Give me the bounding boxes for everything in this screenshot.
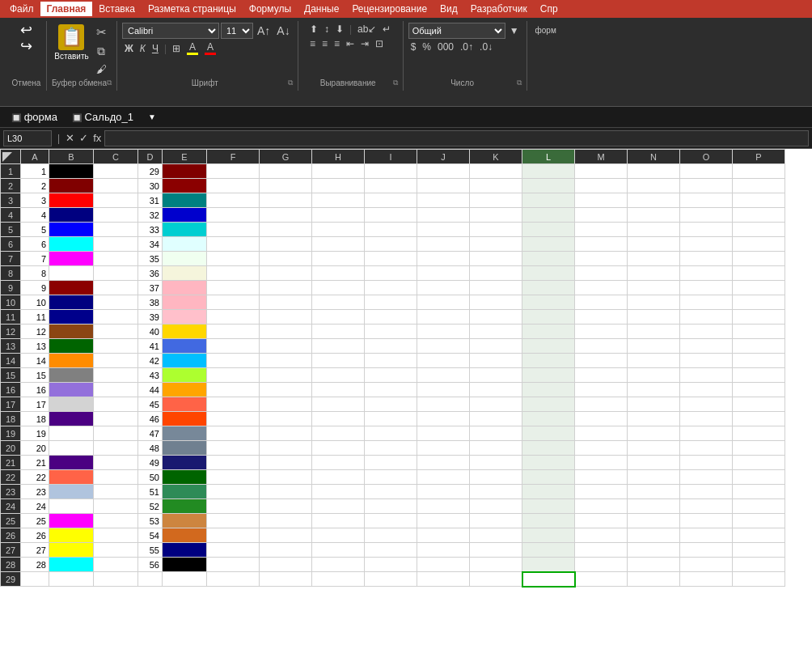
- cell-c[interactable]: [94, 456, 138, 470]
- font-expand-icon[interactable]: ⧉: [288, 78, 293, 87]
- cell-j[interactable]: [417, 252, 470, 266]
- cell-a[interactable]: 20: [21, 441, 49, 456]
- cell-n[interactable]: [628, 441, 680, 456]
- cell-e-color[interactable]: [163, 499, 207, 514]
- cell-b-color[interactable]: [49, 339, 94, 354]
- cell-m[interactable]: [575, 266, 628, 281]
- cell-g[interactable]: [260, 412, 312, 426]
- cell-p[interactable]: [733, 266, 785, 281]
- cell-d[interactable]: 48: [138, 441, 163, 456]
- qa-expand-button[interactable]: ▼: [143, 111, 161, 123]
- cell-c[interactable]: [94, 208, 138, 223]
- cell-b[interactable]: [49, 572, 94, 587]
- cell-h[interactable]: [312, 281, 365, 295]
- cell-n[interactable]: [628, 426, 680, 441]
- cell-a[interactable]: 21: [21, 456, 49, 470]
- cell-j[interactable]: [417, 325, 470, 339]
- cell-d[interactable]: 50: [138, 470, 163, 485]
- cell-m[interactable]: [575, 223, 628, 237]
- col-header-f[interactable]: F: [207, 150, 260, 164]
- cell-l[interactable]: [522, 179, 575, 193]
- cell-k[interactable]: [470, 281, 522, 295]
- cell-c[interactable]: [94, 339, 138, 354]
- cell-h[interactable]: [312, 426, 365, 441]
- cell-b-color[interactable]: [49, 281, 94, 295]
- align-right-button[interactable]: ≡: [332, 37, 342, 50]
- menu-data[interactable]: Данные: [298, 2, 345, 16]
- cell-l[interactable]: [522, 310, 575, 325]
- number-format-expand[interactable]: ▼: [507, 24, 522, 37]
- cell-g[interactable]: [260, 470, 312, 485]
- cell-g[interactable]: [260, 193, 312, 208]
- cell-n[interactable]: [628, 456, 680, 470]
- cell-k[interactable]: [470, 223, 522, 237]
- cell-c[interactable]: [94, 441, 138, 456]
- cell-m[interactable]: [575, 383, 628, 397]
- cell-f[interactable]: [207, 528, 260, 543]
- cell-p[interactable]: [733, 441, 785, 456]
- col-header-k[interactable]: K: [470, 150, 522, 164]
- cell-o[interactable]: [680, 354, 733, 368]
- cell-l[interactable]: [522, 543, 575, 558]
- cell-n[interactable]: [628, 383, 680, 397]
- cell-j[interactable]: [417, 368, 470, 383]
- cell-f[interactable]: [207, 383, 260, 397]
- cell-k[interactable]: [470, 543, 522, 558]
- menu-developer[interactable]: Разработчик: [464, 2, 534, 16]
- cell-f[interactable]: [207, 193, 260, 208]
- cell-g[interactable]: [260, 295, 312, 310]
- cell-f[interactable]: [207, 354, 260, 368]
- cell-k[interactable]: [470, 266, 522, 281]
- cell-c[interactable]: [94, 266, 138, 281]
- cell-f[interactable]: [207, 514, 260, 528]
- increase-indent-button[interactable]: ⇥: [358, 37, 371, 50]
- cell-a[interactable]: 18: [21, 412, 49, 426]
- cell-l[interactable]: [522, 528, 575, 543]
- paste-button[interactable]: 📋: [58, 24, 84, 50]
- cell-k[interactable]: [470, 412, 522, 426]
- cell-n[interactable]: [628, 295, 680, 310]
- cell-g[interactable]: [260, 223, 312, 237]
- cell-g[interactable]: [260, 368, 312, 383]
- cell-d[interactable]: 53: [138, 514, 163, 528]
- cell-i[interactable]: [365, 412, 417, 426]
- col-header-i[interactable]: I: [365, 150, 417, 164]
- cell-d[interactable]: 40: [138, 325, 163, 339]
- cell-m[interactable]: [575, 368, 628, 383]
- cell-a[interactable]: 24: [21, 499, 49, 514]
- cell-c[interactable]: [94, 412, 138, 426]
- cell-d[interactable]: 47: [138, 426, 163, 441]
- cell-p[interactable]: [733, 412, 785, 426]
- cell-o[interactable]: [680, 223, 733, 237]
- cell-g[interactable]: [260, 426, 312, 441]
- paste-label[interactable]: Вставить: [54, 52, 88, 61]
- cell-c[interactable]: [94, 252, 138, 266]
- cell-m[interactable]: [575, 179, 628, 193]
- cell-h[interactable]: [312, 368, 365, 383]
- cell-n[interactable]: [628, 325, 680, 339]
- cell-h[interactable]: [312, 485, 365, 499]
- cell-p[interactable]: [733, 383, 785, 397]
- format-painter-button[interactable]: 🖌: [94, 62, 109, 77]
- cell-l[interactable]: [522, 281, 575, 295]
- cell-j[interactable]: [417, 499, 470, 514]
- col-header-c[interactable]: C: [94, 150, 138, 164]
- cell-m[interactable]: [575, 354, 628, 368]
- cell-i[interactable]: [365, 354, 417, 368]
- cell-p[interactable]: [733, 470, 785, 485]
- cell-a[interactable]: 13: [21, 339, 49, 354]
- copy-button[interactable]: ⧉: [94, 44, 109, 59]
- cell-o[interactable]: [680, 426, 733, 441]
- cell-m[interactable]: [575, 339, 628, 354]
- decrease-decimal-button[interactable]: .0↓: [477, 40, 495, 53]
- cell-d[interactable]: 55: [138, 543, 163, 558]
- col-header-a[interactable]: A: [21, 150, 49, 164]
- cell-c[interactable]: [94, 485, 138, 499]
- cell-e-color[interactable]: [163, 266, 207, 281]
- cell-f[interactable]: [207, 208, 260, 223]
- cell-d[interactable]: 52: [138, 499, 163, 514]
- cell-c[interactable]: [94, 354, 138, 368]
- cell-d[interactable]: [138, 572, 163, 587]
- cell-p[interactable]: [733, 528, 785, 543]
- cell-g[interactable]: [260, 514, 312, 528]
